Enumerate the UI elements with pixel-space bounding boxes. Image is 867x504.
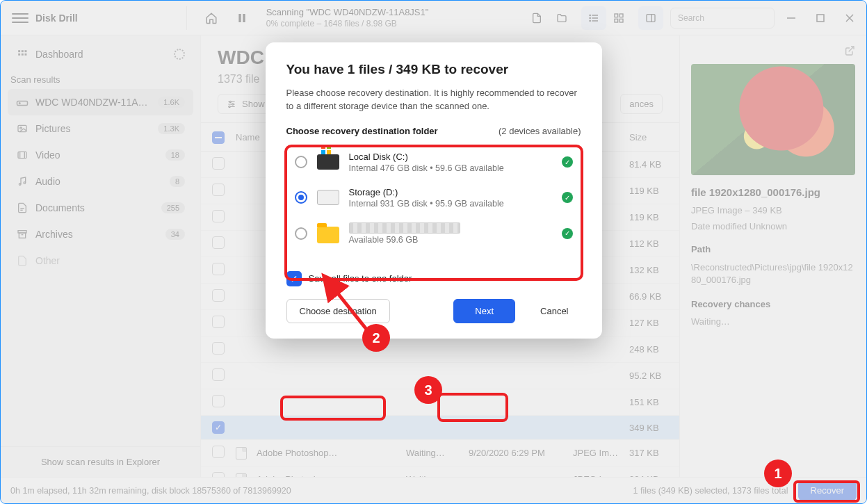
destination-option-folder[interactable]: Available 59.6 GB ✓ <box>288 216 580 252</box>
dest-sub: Available 59.6 GB <box>349 235 552 245</box>
radio-icon[interactable] <box>295 191 307 204</box>
dialog-body: Please choose recovery destination. It i… <box>286 87 581 113</box>
redacted-label <box>349 222 460 234</box>
modal-overlay: You have 1 files / 349 KB to recover Ple… <box>1 1 866 503</box>
save-to-one-folder-checkbox[interactable]: ✓ Save all files to one folder <box>286 271 581 286</box>
check-icon: ✓ <box>562 156 573 168</box>
cancel-button[interactable]: Cancel <box>528 300 581 323</box>
drive-icon <box>317 154 339 170</box>
check-icon: ✓ <box>562 192 573 203</box>
radio-icon[interactable] <box>295 156 307 168</box>
destination-option-c[interactable]: Local Disk (C:) Internal 476 GB disk • 5… <box>288 145 580 180</box>
check-icon: ✓ <box>562 228 573 239</box>
dest-sub: Internal 476 GB disk • 59.6 GB available <box>349 163 552 173</box>
next-button[interactable]: Next <box>453 299 515 323</box>
destination-option-d[interactable]: Storage (D:) Internal 931 GB disk • 95.9… <box>288 180 580 216</box>
folder-icon <box>317 227 339 243</box>
dest-title: Local Disk (C:) <box>349 152 552 162</box>
dest-sub: Internal 931 GB disk • 95.9 GB available <box>349 199 552 209</box>
choose-destination-button[interactable]: Choose destination <box>286 299 390 323</box>
checkbox-icon: ✓ <box>286 271 302 286</box>
radio-icon[interactable] <box>295 227 307 240</box>
choose-folder-label: Choose recovery destination folder <box>286 126 438 136</box>
drive-icon <box>317 190 339 205</box>
devices-available-label: (2 devices available) <box>499 126 581 136</box>
recovery-dialog: You have 1 files / 349 KB to recover Ple… <box>266 42 602 339</box>
dialog-heading: You have 1 files / 349 KB to recover <box>286 62 581 77</box>
dest-title: Storage (D:) <box>349 187 552 197</box>
destination-list: Local Disk (C:) Internal 476 GB disk • 5… <box>286 140 581 256</box>
checkbox-label: Save all files to one folder <box>309 273 412 284</box>
